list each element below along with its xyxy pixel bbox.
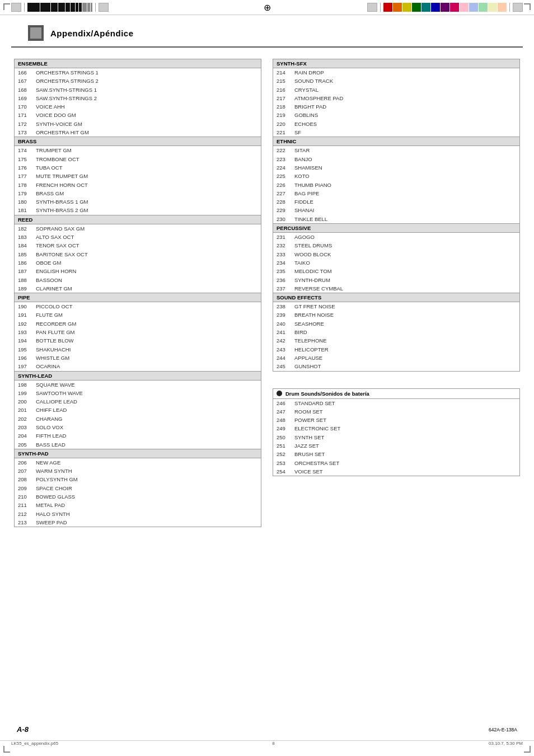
sound-number: 194 (18, 337, 36, 344)
sound-number: 200 (18, 398, 36, 405)
section-header-ethnic: ETHNIC (273, 137, 519, 146)
strip-divider (509, 3, 510, 12)
sound-name: HELICOPTER (294, 346, 329, 353)
sound-row: 197OCARINA (15, 362, 261, 370)
sound-row: 209SPACE CHOIR (15, 484, 261, 492)
sound-row: 240SEASHORE (273, 320, 519, 328)
sound-number: 192 (18, 320, 36, 327)
sound-number: 216 (277, 86, 294, 93)
color-block-light-blue (469, 3, 478, 12)
section-header-synth-sfx: SYNTH-SFX (273, 59, 519, 68)
sound-name: GOBLINS (294, 111, 318, 119)
sound-row: 175TROMBONE OCT (15, 155, 261, 163)
sound-row: 214RAIN DROP (273, 68, 519, 77)
sound-row: 178FRENCH HORN OCT (15, 181, 261, 189)
sound-number: 197 (18, 363, 36, 370)
sound-number: 213 (18, 519, 36, 526)
sound-number: 186 (18, 259, 36, 266)
sound-row: 198SQUARE WAVE (15, 381, 261, 389)
sound-row: 219GOBLINS (273, 111, 519, 119)
sound-row: 206NEW AGE (15, 458, 261, 467)
sound-row: 195SHAKUHACHI (15, 345, 261, 354)
sound-name: ATMOSPHERE PAD (294, 95, 343, 102)
sound-row: 218BRIGHT PAD (273, 102, 519, 111)
sound-row: 170VOICE AHH (15, 102, 261, 111)
sound-number: 233 (277, 251, 294, 258)
sound-name: FIDDLE (294, 198, 313, 205)
sound-name: BREATH NOISE (294, 311, 334, 318)
sound-number: 191 (18, 311, 36, 318)
sound-row: 196WHISTLE GM (15, 354, 261, 362)
sound-row: 221SF (273, 128, 519, 137)
sound-name: KOTO (294, 172, 310, 180)
sound-row: 238GT FRET NOISE (273, 302, 519, 311)
drum-sound-number: 246 (277, 400, 294, 407)
strip-block (40, 3, 50, 12)
sound-number: 217 (277, 95, 294, 102)
sound-row: 200CALLIOPE LEAD (15, 397, 261, 406)
sound-name: SQUARE WAVE (36, 381, 75, 388)
sound-row: 241BIRD (273, 328, 519, 336)
sound-name: PAN FLUTE GM (36, 328, 75, 336)
page-title: Appendix/Apéndice (50, 29, 134, 38)
sound-row: 186OBOE GM (15, 259, 261, 267)
strip-divider (95, 3, 96, 12)
strip-block (87, 3, 90, 12)
right-column: SYNTH-SFX214RAIN DROP215SOUND TRACK216CR… (273, 59, 520, 527)
section-synth-sfx: SYNTH-SFX214RAIN DROP215SOUND TRACK216CR… (273, 59, 520, 137)
sound-name: ECHOES (294, 120, 317, 128)
color-block-light-orange (498, 3, 507, 12)
sound-number: 232 (277, 242, 294, 249)
sound-number: 195 (18, 346, 36, 353)
sound-name: TROMBONE OCT (36, 156, 79, 163)
sound-row: 187ENGLISH HORN (15, 267, 261, 275)
sound-name: MELODIC TOM (294, 267, 332, 275)
sound-number: 201 (18, 406, 36, 414)
drum-sounds-section: Drum Sounds/Sonidos de batería246STANDAR… (273, 388, 520, 477)
sound-row: 226THUMB PIANO (273, 181, 519, 189)
sound-row: 215SOUND TRACK (273, 77, 519, 85)
sound-name: ORCHESTRA STRINGS 2 (36, 77, 99, 84)
sound-number: 244 (277, 354, 294, 361)
strip-block (513, 3, 523, 12)
sound-row: 207WARM SYNTH (15, 467, 261, 475)
sound-name: SHAKUHACHI (36, 346, 71, 353)
left-column: ENSEMBLE166ORCHESTRA STRINGS 1167ORCHEST… (14, 59, 261, 527)
sound-number: 228 (277, 198, 294, 205)
sound-row: 201CHIFF LEAD (15, 406, 261, 414)
strip-divider (24, 3, 25, 12)
sound-number: 229 (277, 206, 294, 214)
section-header-ensemble: ENSEMBLE (15, 59, 261, 68)
drum-sound-number: 247 (277, 408, 294, 415)
section-ensemble: ENSEMBLE166ORCHESTRA STRINGS 1167ORCHEST… (14, 59, 261, 137)
sound-row: 171VOICE DOO GM (15, 111, 261, 119)
sound-row: 202CHARANG (15, 415, 261, 423)
drum-sound-number: 252 (277, 450, 294, 458)
sound-name: VOICE AHH (36, 103, 65, 110)
section-header-reed: REED (15, 215, 261, 224)
sound-name: SAWTOOTH WAVE (36, 389, 83, 397)
drum-header-text: Drum Sounds/Sonidos de batería (285, 391, 369, 397)
section-sound-effects: SOUND EFFECTS238GT FRET NOISE239BREATH N… (273, 293, 520, 371)
color-block-light-pink (460, 3, 469, 12)
drum-sound-name: BRUSH SET (294, 450, 325, 458)
sound-number: 184 (18, 242, 36, 249)
sound-row: 179BRASS GM (15, 189, 261, 198)
sound-number: 214 (277, 69, 294, 76)
drum-sound-number: 250 (277, 434, 294, 441)
sound-row: 191FLUTE GM (15, 311, 261, 319)
section-header-sound-effects: SOUND EFFECTS (273, 293, 519, 302)
sound-name: STEEL DRUMS (294, 242, 332, 249)
section-header-pipe: PIPE (15, 293, 261, 302)
drum-sound-row: 250SYNTH SET (273, 433, 519, 442)
sound-row: 205BASS LEAD (15, 440, 261, 449)
color-block-pink (450, 3, 459, 12)
sound-row: 237REVERSE CYMBAL (273, 284, 519, 293)
strip-block (82, 3, 87, 12)
sound-number: 177 (18, 172, 36, 180)
sound-row: 182SOPRANO SAX GM (15, 224, 261, 233)
sound-name: CALLIOPE LEAD (36, 398, 77, 405)
color-block-light-yellow (488, 3, 497, 12)
sound-number: 242 (277, 337, 294, 344)
sound-number: 231 (277, 233, 294, 241)
